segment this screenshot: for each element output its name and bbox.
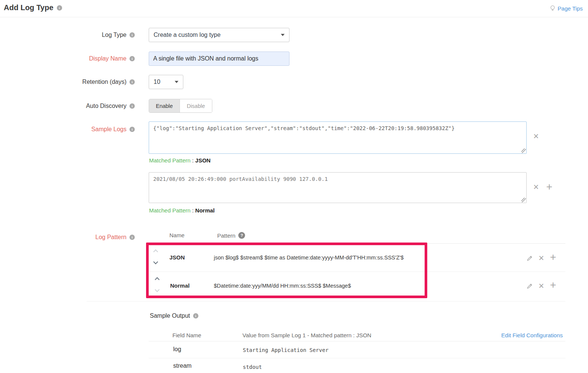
chevron-down-icon bbox=[175, 81, 178, 83]
auto-discovery-toggle: Enable Disable bbox=[149, 99, 212, 113]
sample-output-label-text: Sample Output bbox=[150, 312, 190, 319]
remove-sample-log-2-icon[interactable]: ✕ bbox=[533, 183, 539, 191]
display-name-input[interactable] bbox=[149, 52, 289, 66]
log-type-label: Log Type i bbox=[0, 28, 135, 42]
matched-pattern-2: Matched Pattern : Normal bbox=[149, 207, 215, 214]
page-tips-label: Page Tips bbox=[558, 5, 583, 12]
edit-field-configurations-link[interactable]: Edit Field Configurations bbox=[501, 332, 563, 338]
display-name-label-text: Display Name bbox=[89, 55, 126, 62]
name-column-text: Name bbox=[169, 232, 184, 238]
help-icon[interactable]: ? bbox=[238, 232, 245, 239]
info-icon[interactable]: i bbox=[129, 56, 135, 61]
section-divider bbox=[87, 301, 565, 302]
edit-pattern-icon[interactable] bbox=[527, 255, 533, 261]
info-icon[interactable]: i bbox=[57, 5, 62, 11]
delete-pattern-icon[interactable]: ✕ bbox=[538, 282, 544, 290]
table-header-divider bbox=[169, 243, 565, 244]
matched-pattern-label: Matched Pattern bbox=[149, 207, 190, 214]
auto-discovery-disable-button[interactable]: Disable bbox=[180, 99, 212, 112]
move-up-json-icon[interactable] bbox=[153, 249, 158, 254]
matched-pattern-label: Matched Pattern bbox=[149, 157, 190, 164]
log-pattern-label: Log Pattern i bbox=[0, 232, 135, 242]
value-column: Value from Sample Log 1 - Matched patter… bbox=[242, 332, 371, 338]
retention-label: Retention (days) i bbox=[0, 75, 135, 89]
info-icon[interactable]: i bbox=[129, 103, 135, 109]
log-type-select[interactable]: Create a custom log type bbox=[149, 28, 289, 42]
page-title-text: Add Log Type bbox=[4, 3, 53, 12]
pattern-row-pattern: $Datetime:date:yyy/MM/dd HH:mm:ss:SSS$ $… bbox=[214, 283, 351, 289]
highlight-annotation-box bbox=[146, 243, 427, 298]
retention-selected-value: 10 bbox=[154, 79, 160, 85]
add-sample-log-icon[interactable]: + bbox=[546, 182, 552, 192]
add-pattern-icon[interactable]: + bbox=[550, 252, 556, 262]
edit-pattern-icon[interactable] bbox=[527, 283, 533, 289]
value-column-text: Value from Sample Log 1 - Matched patter… bbox=[242, 332, 371, 338]
field-name-column-text: Field Name bbox=[172, 332, 201, 338]
log-pattern-name-column: Name bbox=[169, 232, 184, 238]
log-pattern-pattern-column: Pattern ? bbox=[217, 232, 245, 239]
auto-discovery-label-text: Auto Discovery bbox=[86, 103, 126, 109]
output-field-value: stdout bbox=[243, 364, 262, 370]
output-field-name: log bbox=[173, 346, 181, 353]
pattern-row-actions: ✕ + bbox=[527, 254, 556, 262]
retention-label-text: Retention (days) bbox=[82, 79, 126, 85]
sample-logs-label: Sample Logs i bbox=[0, 121, 135, 136]
sample-output-label: Sample Output i bbox=[150, 312, 198, 319]
header-divider bbox=[0, 17, 588, 17]
retention-select[interactable]: 10 bbox=[149, 75, 183, 89]
sample-log-entry-2: 2021/08/05 20:26:49:000 portAvailability… bbox=[149, 172, 527, 203]
info-icon[interactable]: i bbox=[129, 79, 135, 85]
lightbulb-icon bbox=[550, 5, 555, 12]
sample-log-textarea-1[interactable]: {"log":"Starting Application Server","st… bbox=[149, 122, 526, 153]
info-icon[interactable]: i bbox=[193, 313, 198, 318]
log-pattern-label-text: Log Pattern bbox=[95, 234, 126, 241]
matched-pattern-value: JSON bbox=[195, 157, 211, 164]
page-title: Add Log Type i bbox=[4, 3, 62, 12]
log-type-selected-value: Create a custom log type bbox=[154, 32, 221, 38]
pattern-row-pattern: json $log$ $stream$ $time as Datetime:da… bbox=[214, 255, 404, 261]
move-down-json-icon[interactable] bbox=[153, 259, 158, 264]
sample-log-entry-1: {"log":"Starting Application Server","st… bbox=[149, 121, 527, 154]
sample-log-textarea-2[interactable]: 2021/08/05 20:26:49:000 portAvailability… bbox=[149, 173, 526, 203]
pattern-row-name: Normal bbox=[170, 282, 190, 289]
sample-logs-label-text: Sample Logs bbox=[91, 126, 126, 133]
info-icon[interactable]: i bbox=[129, 32, 135, 38]
auto-discovery-enable-button[interactable]: Enable bbox=[149, 99, 180, 112]
row-divider bbox=[149, 271, 565, 272]
pattern-row-name: JSON bbox=[169, 254, 185, 261]
pattern-row-actions: ✕ + bbox=[527, 282, 556, 290]
table-header-divider bbox=[149, 341, 565, 341]
pattern-column-text: Pattern bbox=[217, 232, 235, 239]
output-field-name: stream bbox=[173, 362, 192, 369]
move-down-normal-icon[interactable] bbox=[155, 287, 160, 292]
output-field-value: Starting Application Server bbox=[243, 347, 329, 353]
matched-pattern-value: Normal bbox=[195, 207, 215, 214]
auto-discovery-label: Auto Discovery i bbox=[0, 99, 135, 113]
log-type-label-text: Log Type bbox=[102, 32, 126, 38]
add-log-type-page: Add Log Type i Page Tips Log Type i Crea… bbox=[0, 0, 588, 373]
info-icon[interactable]: i bbox=[129, 235, 135, 240]
delete-pattern-icon[interactable]: ✕ bbox=[538, 255, 544, 262]
add-pattern-icon[interactable]: + bbox=[550, 280, 556, 290]
matched-pattern-1: Matched Pattern : JSON bbox=[149, 157, 210, 164]
field-name-column: Field Name bbox=[172, 332, 201, 338]
row-divider bbox=[149, 358, 565, 358]
chevron-down-icon bbox=[281, 34, 285, 36]
move-up-normal-icon[interactable] bbox=[155, 277, 160, 282]
page-tips-link[interactable]: Page Tips bbox=[550, 5, 583, 12]
info-icon[interactable]: i bbox=[129, 127, 135, 132]
display-name-label: Display Name i bbox=[0, 52, 135, 66]
remove-sample-log-1-icon[interactable]: ✕ bbox=[533, 133, 539, 140]
